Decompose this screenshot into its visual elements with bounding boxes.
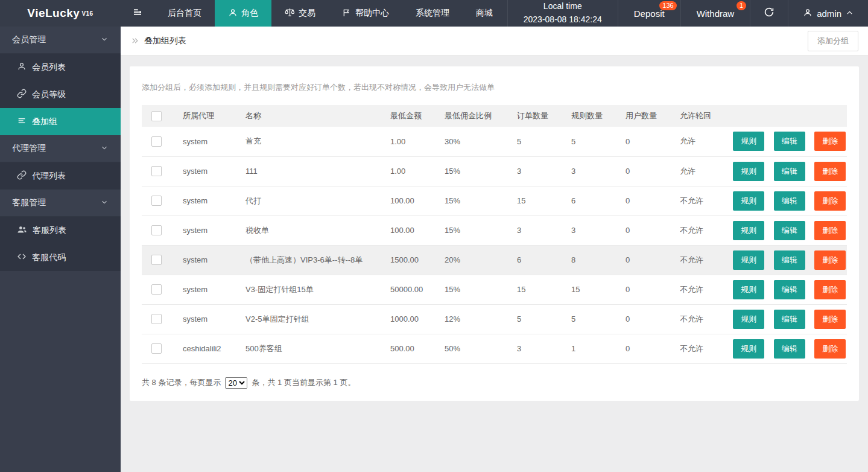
pagination: 共 8 条记录，每页显示 20 条，共 1 页当前显示第 1 页。 <box>142 377 847 389</box>
cell-rule-count: 15 <box>569 275 623 304</box>
flag-icon <box>342 8 352 19</box>
scales-icon <box>285 7 295 19</box>
delete-button[interactable]: 删除 <box>814 221 846 240</box>
list-icon <box>17 116 27 127</box>
rule-button[interactable]: 规则 <box>733 162 764 181</box>
row-checkbox[interactable] <box>151 343 162 354</box>
row-checkbox[interactable] <box>151 284 162 295</box>
rule-button[interactable]: 规则 <box>733 310 764 329</box>
chevron-down-icon <box>100 198 109 208</box>
row-checkbox[interactable] <box>151 196 162 206</box>
nav-item-mall[interactable]: 商城 <box>463 0 506 27</box>
edit-button[interactable]: 编辑 <box>774 221 805 240</box>
delete-button[interactable]: 删除 <box>814 250 846 270</box>
nav-item-trade[interactable]: 交易 <box>271 0 329 27</box>
rule-button[interactable]: 规则 <box>733 191 764 211</box>
nav-item-label: 角色 <box>241 8 258 19</box>
deposit-link[interactable]: Deposit 136 <box>618 0 681 27</box>
link-icon <box>17 170 27 182</box>
sidebar-section-label: 会员管理 <box>12 34 46 45</box>
edit-button[interactable]: 编辑 <box>774 339 805 359</box>
delete-button[interactable]: 删除 <box>814 339 846 359</box>
cell-user-count: 0 <box>623 304 677 334</box>
edit-button[interactable]: 编辑 <box>774 280 805 299</box>
cell-agent: system <box>180 245 243 275</box>
cell-min-amount: 100.00 <box>388 215 442 245</box>
rule-button[interactable]: 规则 <box>733 132 764 151</box>
sidebar-item-agent-list[interactable]: 代理列表 <box>0 162 121 190</box>
sidebar-item-label: 客服代码 <box>32 252 66 263</box>
row-checkbox[interactable] <box>151 136 162 147</box>
edit-button[interactable]: 编辑 <box>774 310 805 329</box>
header-name: 名称 <box>243 105 388 127</box>
double-chevron-right-icon <box>130 36 139 45</box>
delete-button[interactable]: 删除 <box>814 310 846 329</box>
sidebar-section-service-management[interactable]: 客服管理 <box>0 190 121 217</box>
rule-button[interactable]: 规则 <box>733 339 764 359</box>
chevron-down-icon <box>100 35 109 45</box>
page-size-select[interactable]: 20 <box>225 377 247 389</box>
nav-item-help[interactable]: 帮助中心 <box>329 0 402 27</box>
cell-min-commission: 15% <box>442 156 515 186</box>
edit-button[interactable]: 编辑 <box>774 250 805 270</box>
cell-order-count: 5 <box>515 304 569 334</box>
brand-version: V16 <box>81 10 93 17</box>
sidebar-item-stack-group[interactable]: 叠加组 <box>0 108 121 135</box>
delete-button[interactable]: 删除 <box>814 162 846 181</box>
refresh-button[interactable] <box>750 0 788 27</box>
cell-min-commission: 30% <box>442 127 515 156</box>
sidebar-item-member-list[interactable]: 会员列表 <box>0 54 121 81</box>
row-checkbox[interactable] <box>151 255 162 265</box>
top-navbar: VieLuckyV16 后台首页 角色 交易 帮助中心 系统管理 商城 <box>0 0 868 27</box>
table-row: system V3-固定打针组15单 50000.00 15% 15 15 0 … <box>142 275 847 304</box>
sidebar-item-service-code[interactable]: 客服代码 <box>0 244 121 271</box>
cell-rule-count: 5 <box>569 127 623 156</box>
sidebar-item-label: 代理列表 <box>32 171 66 182</box>
cell-user-count: 0 <box>623 334 677 363</box>
cell-agent: system <box>180 275 243 304</box>
withdraw-link[interactable]: Withdraw 1 <box>681 0 751 27</box>
nav-item-role[interactable]: 角色 <box>215 0 271 27</box>
local-time: Local time 2023-08-08 18:42:24 <box>507 0 618 27</box>
cell-name: 代打 <box>243 186 388 215</box>
cell-allow-loop: 不允许 <box>677 245 730 275</box>
delete-button[interactable]: 删除 <box>814 191 846 211</box>
sidebar-item-member-level[interactable]: 会员等级 <box>0 81 121 108</box>
cell-agent: system <box>180 156 243 186</box>
cell-allow-loop: 不允许 <box>677 275 730 304</box>
cell-name: 500养客组 <box>243 334 388 363</box>
sidebar-section-agent-management[interactable]: 代理管理 <box>0 135 121 162</box>
cell-user-count: 0 <box>623 275 677 304</box>
edit-button[interactable]: 编辑 <box>774 162 805 181</box>
row-checkbox[interactable] <box>151 166 162 176</box>
header-order-count: 订单数量 <box>515 105 569 127</box>
cell-order-count: 3 <box>515 156 569 186</box>
admin-menu[interactable]: admin <box>788 0 868 27</box>
sidebar-item-service-list[interactable]: 客服列表 <box>0 217 121 244</box>
cell-agent: ceshidalili2 <box>180 334 243 363</box>
edit-button[interactable]: 编辑 <box>774 132 805 151</box>
cell-allow-loop: 允许 <box>677 156 730 186</box>
sidebar-section-member-management[interactable]: 会员管理 <box>0 27 121 54</box>
rule-button[interactable]: 规则 <box>733 221 764 240</box>
rule-button[interactable]: 规则 <box>733 280 764 299</box>
nav-item-home[interactable]: 后台首页 <box>154 0 215 27</box>
code-icon <box>17 252 27 263</box>
nav-item-label: 后台首页 <box>168 8 201 19</box>
sidebar-collapse-button[interactable] <box>121 0 154 27</box>
nav-item-system[interactable]: 系统管理 <box>402 0 463 27</box>
header-allow-loop: 允许轮回 <box>677 105 730 127</box>
delete-button[interactable]: 删除 <box>814 280 846 299</box>
sidebar-item-label: 会员等级 <box>32 89 66 100</box>
row-checkbox[interactable] <box>151 225 162 235</box>
select-all-checkbox[interactable] <box>151 111 162 121</box>
cell-min-commission: 15% <box>442 275 515 304</box>
rule-button[interactable]: 规则 <box>733 250 764 270</box>
edit-button[interactable]: 编辑 <box>774 191 805 211</box>
cell-user-count: 0 <box>623 215 677 245</box>
table-row: system 首充 1.00 30% 5 5 0 允许 规则 编辑 删除 <box>142 127 847 156</box>
row-checkbox[interactable] <box>151 314 162 324</box>
add-group-button[interactable]: 添加分组 <box>808 31 858 51</box>
delete-button[interactable]: 删除 <box>814 132 846 151</box>
header-min-amount: 最低金额 <box>388 105 442 127</box>
